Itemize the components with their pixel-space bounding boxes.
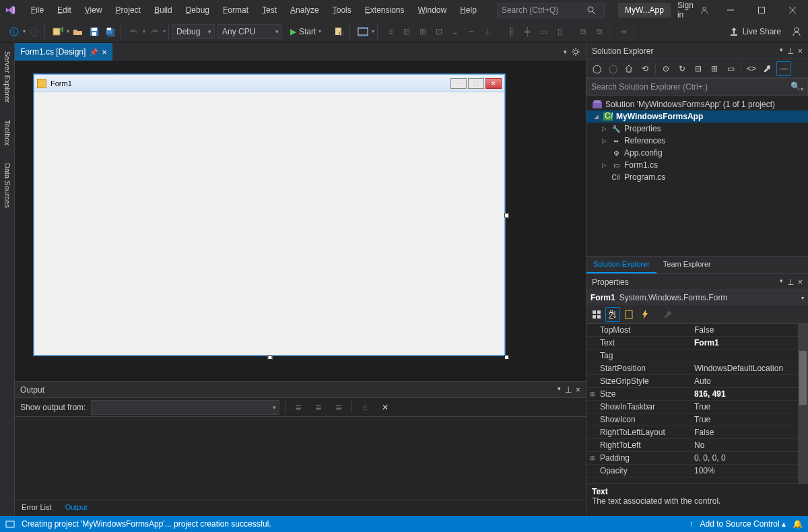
doc-tab-form1[interactable]: Form1.cs [Design] 📌 ×	[15, 43, 112, 61]
menu-window[interactable]: Window	[411, 1, 454, 19]
preview-icon[interactable]: ▭	[723, 61, 738, 76]
collapse-icon[interactable]: ⊟	[691, 61, 706, 76]
dropdown-icon[interactable]: ▾	[558, 385, 561, 395]
tree-node[interactable]: ▷🔧Properties	[586, 123, 808, 135]
minimize-button[interactable]	[715, 0, 746, 20]
save-button[interactable]	[87, 24, 102, 39]
menu-tools[interactable]: Tools	[326, 1, 358, 19]
design-form[interactable]: Form1 — ☐ ✕	[34, 74, 505, 356]
pin-icon[interactable]: ⊥	[787, 277, 794, 287]
property-row[interactable]: Tag	[586, 350, 808, 362]
menu-help[interactable]: Help	[453, 1, 483, 19]
dropdown-icon[interactable]: ▾	[780, 46, 783, 56]
close-icon[interactable]: ×	[576, 385, 580, 395]
undo-button[interactable]	[127, 24, 141, 39]
property-row[interactable]: ShowIconTrue	[586, 413, 808, 426]
maximize-button[interactable]	[746, 0, 777, 20]
resize-handle-s[interactable]	[268, 355, 273, 360]
back-icon[interactable]: ◯	[589, 61, 604, 76]
scroll-thumb[interactable]	[799, 351, 807, 405]
scrollbar[interactable]	[798, 324, 808, 484]
expander-icon[interactable]: ▷	[600, 137, 608, 144]
solution-tree[interactable]: Solution 'MyWindowsFormsApp' (1 of 1 pro…	[586, 96, 808, 256]
menu-extensions[interactable]: Extensions	[358, 1, 411, 19]
form-designer[interactable]: Form1 — ☐ ✕	[15, 61, 586, 381]
property-row[interactable]: StartPositionWindowsDefaultLocation	[586, 362, 808, 375]
alphabetical-icon[interactable]: AZ	[605, 307, 620, 322]
property-row[interactable]: TopMostFalse	[586, 324, 808, 337]
config-combo[interactable]: Debug	[172, 24, 215, 39]
fwd-icon[interactable]: ◯	[605, 61, 620, 76]
property-value[interactable]: Auto	[692, 376, 808, 386]
property-value[interactable]: 816, 491	[692, 389, 808, 399]
menu-test[interactable]: Test	[255, 1, 283, 19]
expander-icon[interactable]: ⊞	[586, 391, 599, 397]
menu-format[interactable]: Format	[216, 1, 255, 19]
property-row[interactable]: ⊞Size816, 491	[586, 388, 808, 401]
output-text[interactable]	[15, 417, 586, 500]
props-page-icon[interactable]	[621, 307, 636, 322]
output-tab-error-list[interactable]: Error List	[15, 500, 59, 516]
sync-icon[interactable]: ⟲	[638, 61, 652, 76]
gear-icon[interactable]	[571, 47, 580, 57]
property-row[interactable]: TextForm1	[586, 337, 808, 350]
expander-icon[interactable]: ◢	[592, 113, 600, 120]
menu-file[interactable]: File	[24, 1, 50, 19]
property-row[interactable]: RightToLeftNo	[586, 439, 808, 452]
tool-tab-data-sources[interactable]: Data Sources	[2, 159, 13, 212]
menu-project[interactable]: Project	[109, 1, 147, 19]
property-value[interactable]: No	[692, 440, 808, 450]
open-button[interactable]	[71, 24, 86, 39]
refresh-icon[interactable]: ↻	[675, 61, 689, 76]
tree-node[interactable]: ▷▭Form1.cs	[586, 159, 808, 171]
dropdown-icon[interactable]: ▾	[780, 277, 783, 287]
tree-node[interactable]: C#Program.cs	[586, 171, 808, 183]
resize-handle-se[interactable]	[504, 355, 509, 360]
screenshot-button[interactable]	[356, 24, 370, 39]
search-input[interactable]: Search (Ctrl+Q)	[497, 3, 605, 18]
nav-back-button[interactable]	[7, 24, 22, 39]
categorized-icon[interactable]	[589, 307, 604, 322]
property-row[interactable]: ShowInTaskbarTrue	[586, 401, 808, 413]
output-tab-output[interactable]: Output	[59, 500, 94, 516]
props-object-combo[interactable]: Form1 System.Windows.Forms.Form ▾	[586, 290, 808, 305]
property-value[interactable]: 100%	[692, 466, 808, 475]
save-all-button[interactable]	[103, 24, 118, 39]
properties-icon[interactable]	[760, 61, 775, 76]
expander-icon[interactable]: ▷	[600, 125, 608, 132]
notifications-icon[interactable]: 🔔	[793, 519, 803, 529]
sign-in-button[interactable]: Sign in	[671, 1, 715, 20]
property-value[interactable]: 0, 0, 0, 0	[692, 453, 808, 463]
tool-tab-server-explorer[interactable]: Server Explorer	[2, 47, 13, 106]
view-icon[interactable]: —	[776, 61, 791, 76]
property-row[interactable]: RightToLeftLayoutFalse	[586, 426, 808, 439]
menu-build[interactable]: Build	[147, 1, 179, 19]
menu-edit[interactable]: Edit	[50, 1, 78, 19]
menu-view[interactable]: View	[78, 1, 109, 19]
publish-icon[interactable]: ↑	[689, 519, 694, 529]
property-value[interactable]: False	[692, 325, 808, 335]
close-icon[interactable]: ×	[798, 46, 803, 56]
property-value[interactable]: Form1	[692, 338, 808, 347]
pin-icon[interactable]: 📌	[90, 48, 98, 56]
platform-combo[interactable]: Any CPU	[217, 24, 282, 39]
pin-icon[interactable]: ⊥	[787, 46, 794, 56]
code-icon[interactable]: <>	[744, 61, 759, 76]
property-row[interactable]: SizeGripStyleAuto	[586, 375, 808, 388]
home-icon[interactable]	[621, 61, 636, 76]
property-value[interactable]: False	[692, 428, 808, 437]
close-icon[interactable]: ×	[798, 277, 803, 287]
sol-tab-team-explorer[interactable]: Team Explorer	[656, 257, 718, 273]
resize-handle-e[interactable]	[504, 213, 509, 218]
expander-icon[interactable]: ⊞	[586, 455, 599, 461]
tree-node[interactable]: ⚙App.config	[586, 147, 808, 159]
property-value[interactable]: WindowsDefaultLocation	[692, 364, 808, 373]
find-in-files-button[interactable]	[332, 24, 347, 39]
live-share-button[interactable]: Live Share	[724, 27, 786, 36]
form-client-area[interactable]	[34, 92, 504, 355]
redo-button[interactable]	[147, 24, 162, 39]
tool-tab-toolbox[interactable]: Toolbox	[2, 116, 13, 149]
pin-icon[interactable]: ⊥	[565, 385, 572, 395]
project-node[interactable]: ◢ C# MyWindowsFormsApp	[586, 110, 808, 123]
start-button[interactable]: ▶ Start ▾	[285, 24, 327, 39]
